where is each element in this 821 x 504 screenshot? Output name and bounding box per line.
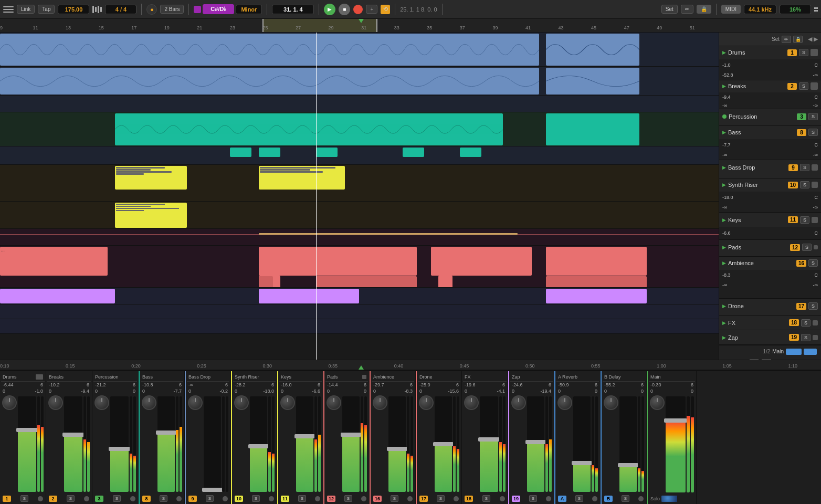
fx-fader-track[interactable] (480, 396, 498, 492)
mixer-arm-drone[interactable] (454, 496, 459, 501)
synth-pan-knob[interactable] (234, 395, 249, 410)
record-button[interactable] (353, 5, 363, 14)
clip-drone-2[interactable] (259, 289, 360, 303)
solo-bass-drop[interactable]: S (800, 164, 809, 171)
mixer-arm-bd[interactable] (223, 496, 228, 501)
drums-fader-track[interactable] (18, 396, 36, 492)
keys-pan-knob[interactable] (280, 395, 295, 410)
track-play-drums[interactable]: ▶ (722, 50, 726, 55)
mixer-arm-percussion[interactable] (130, 496, 135, 501)
arm-fx[interactable] (813, 320, 818, 326)
clip-ambience-4[interactable] (316, 247, 417, 276)
main-pan-knob[interactable] (650, 395, 665, 410)
scroll-right-icon[interactable]: ▶ (814, 36, 818, 43)
breaks-pan-knob[interactable] (48, 395, 63, 410)
track-play-keys[interactable]: ▶ (722, 217, 726, 223)
add-button[interactable]: + (366, 5, 377, 14)
mixer-arm-zap[interactable] (546, 496, 551, 501)
mixer-mute-drums[interactable] (36, 374, 43, 380)
stop-button[interactable]: ■ (339, 4, 350, 15)
clip-synth-1[interactable] (115, 166, 187, 190)
solo-pads[interactable]: S (802, 244, 812, 251)
keys-fader-track[interactable] (296, 396, 313, 492)
track-play-pads[interactable]: ▶ (722, 245, 726, 250)
position-display[interactable]: 31. 1. 4 (272, 5, 314, 14)
drone-pan-knob[interactable] (419, 395, 434, 410)
mixer-arm-keys[interactable] (315, 496, 320, 501)
clip-bass-2[interactable] (546, 113, 639, 145)
link-button[interactable]: Link (17, 5, 35, 14)
main-eq-knob[interactable] (661, 496, 677, 502)
solo-ambience[interactable]: S (808, 259, 818, 267)
clip-bassdrop-3[interactable] (316, 148, 338, 157)
pads-fader-track[interactable] (342, 396, 360, 492)
arm-zap[interactable] (813, 335, 818, 340)
mixer-solo-drums[interactable]: S (20, 495, 28, 502)
header-edit-btn[interactable]: ✏ (782, 36, 791, 43)
track-play-bass-drop[interactable]: ▶ (722, 165, 726, 170)
track-play-breaks[interactable]: ▶ (722, 83, 726, 89)
clip-bass-1[interactable] (115, 113, 503, 145)
mixer-arm-drums[interactable] (38, 496, 43, 501)
clip-drone-1[interactable] (0, 289, 115, 303)
fx-pan-knob[interactable] (464, 395, 479, 410)
arm-drums[interactable] (811, 49, 818, 56)
mixer-solo-del[interactable]: S (622, 495, 629, 502)
clip-drums-2[interactable] (546, 34, 639, 66)
clip-bassdrop-4[interactable] (403, 148, 424, 157)
scale-display[interactable]: Minor (236, 5, 262, 14)
clip-bassdrop-5[interactable] (460, 148, 481, 157)
set-button[interactable]: Set (661, 5, 678, 14)
arm-bass-drop[interactable] (812, 164, 818, 171)
clip-ambience-7[interactable] (546, 247, 647, 276)
track-play-ambience[interactable]: ▶ (722, 260, 726, 266)
track-play-bass[interactable]: ▶ (722, 130, 726, 135)
rev-pan-knob[interactable] (557, 395, 572, 410)
arm-pads[interactable] (814, 245, 818, 249)
track-play-synth[interactable]: ▶ (722, 182, 726, 187)
track-play-fx[interactable]: ▶ (722, 320, 726, 326)
header-lock-btn[interactable]: 🔒 (793, 36, 803, 43)
solo-drums[interactable]: S (799, 49, 808, 56)
rev-fader-track[interactable] (573, 396, 591, 492)
track-play-drone[interactable]: ▶ (722, 303, 726, 309)
clip-ambience-5[interactable] (431, 247, 532, 276)
metronome-btn[interactable]: ● (146, 4, 157, 15)
mixer-solo-breaks[interactable]: S (67, 495, 75, 502)
clip-ambience-10[interactable] (546, 276, 647, 288)
quantize-button[interactable]: 2 Bars (160, 5, 184, 14)
app-menu-icon[interactable] (3, 4, 14, 15)
solo-bass[interactable]: S (808, 129, 818, 136)
clip-drums-1[interactable] (0, 34, 539, 66)
amb-pan-knob[interactable] (373, 395, 387, 410)
mixer-arm-bass[interactable] (176, 496, 182, 501)
perc-pan-knob[interactable] (94, 395, 109, 410)
mixer-solo-amb[interactable]: S (391, 495, 398, 502)
mixer-arm-fx[interactable] (500, 496, 505, 501)
solo-breaks[interactable]: S (799, 82, 808, 90)
mixer-solo-drone[interactable]: S (437, 495, 445, 502)
bass-pan-knob[interactable] (142, 395, 156, 410)
clip-ambience-1[interactable]: ... (0, 247, 108, 276)
solo-keys[interactable]: S (800, 216, 809, 224)
solo-percussion[interactable]: S (808, 113, 818, 120)
mixer-solo-bass[interactable]: S (160, 495, 167, 502)
mixer-arm-del[interactable] (638, 496, 644, 501)
loop-button[interactable]: ⟲ (381, 5, 390, 14)
clip-bassdrop-2[interactable] (259, 148, 280, 157)
breaks-fader-track[interactable] (64, 396, 82, 492)
clip-keys-1[interactable] (115, 203, 187, 228)
play-button[interactable]: ▶ (324, 4, 335, 15)
pencil-button[interactable]: ✏ (681, 5, 693, 14)
key-display[interactable]: C#/D♭ (203, 4, 234, 14)
drone-fader-track[interactable] (435, 396, 452, 492)
mixer-arm-breaks[interactable] (84, 496, 89, 501)
mixer-arm-rev[interactable] (592, 496, 597, 501)
mixer-solo-fx[interactable]: S (482, 495, 490, 502)
synth-fader-track[interactable] (250, 396, 267, 492)
mixer-solo-bd[interactable]: S (206, 495, 214, 502)
clip-synth-2[interactable] (259, 166, 345, 190)
solo-fx[interactable]: S (801, 319, 811, 327)
pads-pan-knob[interactable] (327, 395, 341, 410)
bd-fader-track[interactable] (204, 396, 221, 492)
